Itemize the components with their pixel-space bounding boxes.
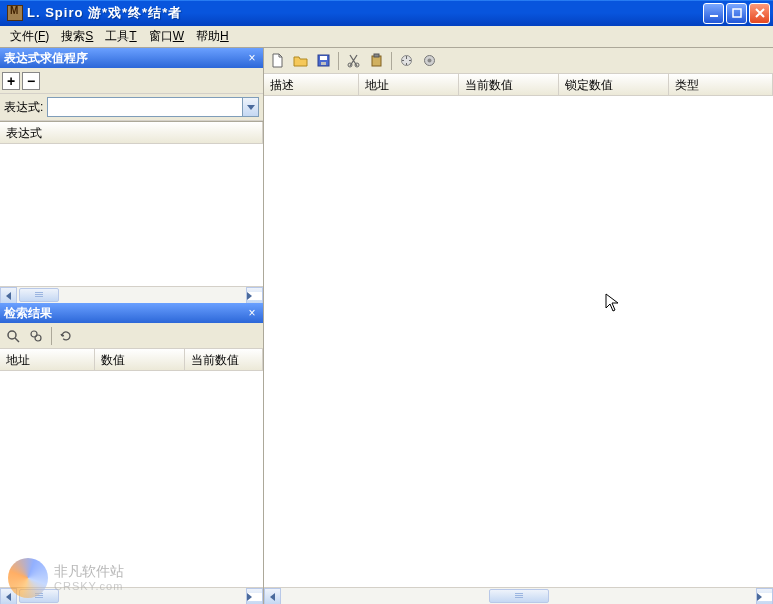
svg-line-3: [15, 338, 19, 342]
main-toolbar: [264, 48, 773, 74]
menu-help[interactable]: 帮助H: [190, 26, 235, 47]
pane-eval-title: 表达式求值程序: [4, 50, 88, 67]
title-bar: L. Spiro 游*戏*终*结*者: [0, 0, 773, 26]
new-file-icon[interactable]: [266, 50, 288, 72]
remove-expression-button[interactable]: −: [22, 72, 40, 90]
eval-toolbar: + −: [0, 68, 263, 94]
svg-rect-0: [710, 15, 718, 17]
eval-col-expression[interactable]: 表达式: [0, 122, 263, 143]
results-toolbar: [0, 323, 263, 349]
main-col-type[interactable]: 类型: [669, 74, 773, 95]
menu-window[interactable]: 窗口W: [143, 26, 190, 47]
engine1-icon[interactable]: [395, 50, 417, 72]
eval-list-header: 表达式: [0, 122, 263, 144]
subsearch-tool-icon[interactable]: [25, 325, 47, 347]
search-results-pane: 检索结果 × 地址 数值 当前数值: [0, 303, 263, 604]
eval-list-body[interactable]: [0, 144, 263, 286]
menu-bar: 文件(F) 搜索S 工具T 窗口W 帮助H: [0, 26, 773, 48]
scroll-right-button[interactable]: [246, 287, 263, 304]
main-col-locked-value[interactable]: 锁定数值: [559, 74, 669, 95]
main-list-header: 描述 地址 当前数值 锁定数值 类型: [264, 74, 773, 96]
main-col-address[interactable]: 地址: [359, 74, 459, 95]
pane-results-title: 检索结果: [4, 305, 52, 322]
scrollbar-thumb[interactable]: [19, 288, 59, 302]
svg-point-2: [8, 331, 16, 339]
eval-hscroll: [0, 286, 263, 303]
search-tool-icon[interactable]: [2, 325, 24, 347]
paste-icon[interactable]: [365, 50, 387, 72]
pane-results-close-icon[interactable]: ×: [245, 306, 259, 320]
scroll-left-button[interactable]: [0, 287, 17, 304]
minimize-button[interactable]: [703, 3, 724, 24]
close-button[interactable]: [749, 3, 770, 24]
expression-input[interactable]: [47, 97, 243, 117]
svg-rect-1: [733, 9, 741, 17]
main-list-body[interactable]: [264, 96, 773, 587]
svg-rect-8: [321, 62, 326, 65]
main-col-current-value[interactable]: 当前数值: [459, 74, 559, 95]
pane-header-results[interactable]: 检索结果 ×: [0, 303, 263, 323]
svg-rect-12: [374, 54, 379, 57]
scrollbar-track[interactable]: [17, 287, 246, 303]
expression-label: 表达式:: [4, 99, 43, 116]
window-title: L. Spiro 游*戏*终*结*者: [27, 4, 701, 22]
open-file-icon[interactable]: [289, 50, 311, 72]
refresh-tool-icon[interactable]: [55, 325, 77, 347]
app-icon: [7, 5, 23, 21]
maximize-button[interactable]: [726, 3, 747, 24]
results-list-header: 地址 数值 当前数值: [0, 349, 263, 371]
menu-tools[interactable]: 工具T: [99, 26, 142, 47]
left-panel: 表达式求值程序 × + − 表达式: 表达式: [0, 48, 264, 604]
scroll-left-button[interactable]: [0, 588, 17, 604]
menu-file[interactable]: 文件(F): [4, 26, 55, 47]
save-file-icon[interactable]: [312, 50, 334, 72]
scrollbar-track[interactable]: [17, 588, 246, 604]
expression-dropdown-button[interactable]: [243, 97, 259, 117]
svg-point-15: [427, 59, 431, 63]
expression-row: 表达式:: [0, 94, 263, 121]
menu-search[interactable]: 搜索S: [55, 26, 99, 47]
scroll-left-button[interactable]: [264, 588, 281, 604]
main-panel: 描述 地址 当前数值 锁定数值 类型: [264, 48, 773, 604]
results-hscroll: [0, 587, 263, 604]
results-col-value[interactable]: 数值: [95, 349, 185, 370]
cut-icon[interactable]: [342, 50, 364, 72]
results-col-current[interactable]: 当前数值: [185, 349, 263, 370]
pane-header-eval[interactable]: 表达式求值程序 ×: [0, 48, 263, 68]
engine2-icon[interactable]: [418, 50, 440, 72]
results-list-body[interactable]: [0, 371, 263, 587]
pane-eval-close-icon[interactable]: ×: [245, 51, 259, 65]
expression-eval-pane: 表达式求值程序 × + − 表达式: 表达式: [0, 48, 263, 303]
scrollbar-thumb[interactable]: [489, 589, 549, 603]
scroll-right-button[interactable]: [246, 588, 263, 604]
svg-rect-7: [320, 56, 327, 60]
svg-point-5: [35, 335, 41, 341]
scrollbar-track[interactable]: [281, 588, 756, 604]
results-col-address[interactable]: 地址: [0, 349, 95, 370]
scroll-right-button[interactable]: [756, 588, 773, 604]
main-col-description[interactable]: 描述: [264, 74, 359, 95]
add-expression-button[interactable]: +: [2, 72, 20, 90]
main-hscroll: [264, 587, 773, 604]
scrollbar-thumb[interactable]: [19, 589, 59, 603]
